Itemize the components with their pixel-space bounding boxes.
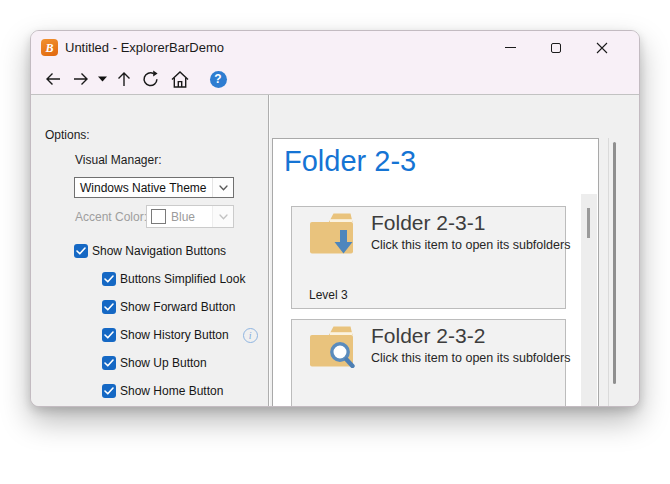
folder-icon-wrap xyxy=(308,211,355,259)
checkbox-box[interactable] xyxy=(74,244,88,258)
checkbox-label: Show History Button xyxy=(120,328,229,342)
folder-card-list: Folder 2-3-1Click this item to open its … xyxy=(291,206,566,407)
folder-card[interactable]: Folder 2-3-2Click this item to open its … xyxy=(291,319,566,407)
check-icon xyxy=(104,303,114,311)
folder-icon xyxy=(308,324,355,368)
checkbox-box[interactable] xyxy=(102,328,116,342)
client-area: Options: Visual Manager: Windows Native … xyxy=(31,95,639,406)
help-icon: ? xyxy=(210,71,227,88)
checkbox-label: Show Forward Button xyxy=(120,300,235,314)
check-icon xyxy=(104,275,114,283)
visual-manager-dropdown-button[interactable] xyxy=(212,178,233,197)
check-icon xyxy=(104,331,114,339)
minimize-button[interactable] xyxy=(487,31,533,64)
navigation-toolbar: ? xyxy=(40,64,233,94)
visual-manager-label: Visual Manager: xyxy=(75,153,162,167)
panel-divider xyxy=(268,95,269,406)
up-icon xyxy=(115,70,133,89)
outer-scrollbar-thumb[interactable] xyxy=(613,142,616,384)
checkbox-label: Show Home Button xyxy=(120,384,223,398)
folder-card-subtitle: Click this item to open its subfolders xyxy=(371,238,570,252)
accent-color-dropdown-button xyxy=(212,206,233,227)
up-button[interactable] xyxy=(110,65,137,93)
folder-card-level: Level 3 xyxy=(309,288,348,302)
back-icon xyxy=(44,70,63,88)
checkbox-box[interactable] xyxy=(102,356,116,370)
history-dropdown-icon xyxy=(98,76,107,82)
history-dropdown-button[interactable] xyxy=(94,65,110,93)
options-heading: Options: xyxy=(45,128,90,142)
titlebar[interactable]: B Untitled - ExplorerBarDemo xyxy=(31,31,639,64)
checkbox-box[interactable] xyxy=(102,384,116,398)
home-icon xyxy=(170,70,190,89)
chevron-down-icon xyxy=(219,185,228,191)
folder-icon xyxy=(308,211,355,255)
accent-color-value: Blue xyxy=(166,210,212,224)
checkbox-box[interactable] xyxy=(102,300,116,314)
forward-icon xyxy=(71,70,90,88)
window-title: Untitled - ExplorerBarDemo xyxy=(65,31,224,64)
accent-color-swatch xyxy=(151,209,166,224)
refresh-icon xyxy=(141,70,160,89)
folder-card-subtitle: Click this item to open its subfolders xyxy=(371,351,570,365)
panel-scrollbar-thumb[interactable] xyxy=(587,208,590,238)
accent-color-label: Accent Color: xyxy=(75,210,147,224)
info-icon[interactable]: i xyxy=(243,328,258,343)
minimize-icon xyxy=(505,47,516,48)
folder-heading: Folder 2-3 xyxy=(284,145,416,178)
app-window: B Untitled - ExplorerBarDemo xyxy=(30,30,640,407)
close-button[interactable] xyxy=(579,31,625,64)
accent-color-combobox: Blue xyxy=(146,205,234,228)
folder-card-title: Folder 2-3-2 xyxy=(371,324,485,348)
help-button[interactable]: ? xyxy=(203,65,233,93)
check-icon xyxy=(104,387,114,395)
folder-card-title: Folder 2-3-1 xyxy=(371,211,485,235)
app-logo-icon: B xyxy=(41,39,58,56)
check-icon xyxy=(76,247,86,255)
back-button[interactable] xyxy=(40,65,67,93)
visual-manager-value: Windows Native Theme xyxy=(75,181,212,195)
maximize-button[interactable] xyxy=(533,31,579,64)
folder-icon-wrap xyxy=(308,324,355,372)
chevron-down-icon xyxy=(219,214,228,220)
refresh-button[interactable] xyxy=(137,65,164,93)
window-chrome: B Untitled - ExplorerBarDemo xyxy=(31,31,639,95)
folder-content-panel: Folder 2-3 Folder 2-3-1Click this item t… xyxy=(272,138,599,407)
checkbox-label: Show Up Button xyxy=(120,356,207,370)
panel-scrollbar-track[interactable] xyxy=(581,194,597,407)
checkbox-label: Buttons Simplified Look xyxy=(120,272,245,286)
checkbox-box[interactable] xyxy=(102,272,116,286)
outer-scrollbar-separator xyxy=(608,138,609,406)
forward-button[interactable] xyxy=(67,65,94,93)
home-button[interactable] xyxy=(164,65,195,93)
window-controls xyxy=(487,31,625,64)
close-icon xyxy=(596,42,608,54)
check-icon xyxy=(104,359,114,367)
maximize-icon xyxy=(551,43,561,53)
visual-manager-combobox[interactable]: Windows Native Theme xyxy=(74,177,234,198)
folder-card[interactable]: Folder 2-3-1Click this item to open its … xyxy=(291,206,566,309)
checkbox-label: Show Navigation Buttons xyxy=(92,244,226,258)
